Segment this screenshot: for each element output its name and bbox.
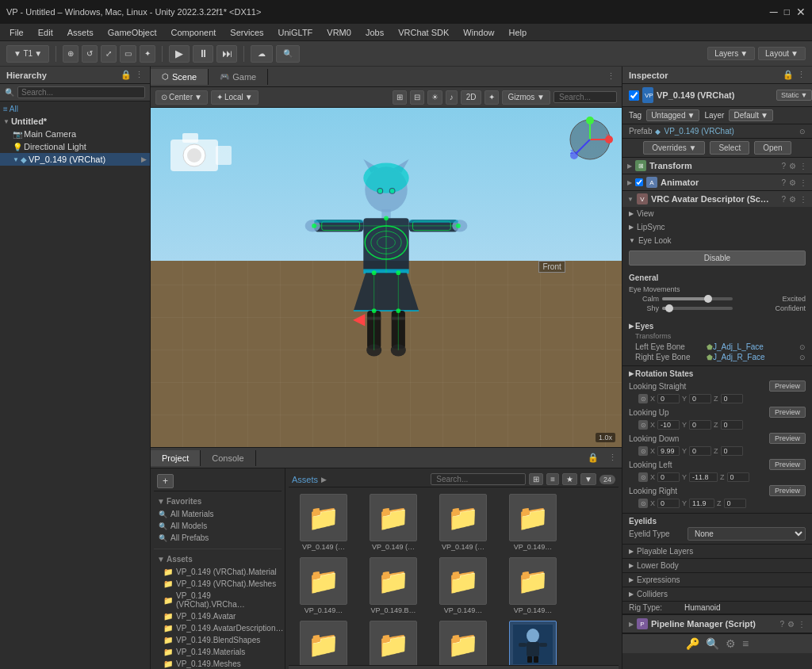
menu-unigltf[interactable]: UniGLTF: [272, 26, 320, 39]
menu-edit[interactable]: Edit: [32, 26, 59, 39]
transform-rect-btn[interactable]: ▭: [120, 45, 136, 63]
transform-scale-btn[interactable]: ⤢: [101, 45, 117, 63]
select-btn[interactable]: Select: [710, 141, 749, 155]
menu-vrm0[interactable]: VRM0: [320, 26, 358, 39]
asset-folder-9[interactable]: 📁 VP_0.149…: [292, 621, 355, 665]
step-button[interactable]: ⏭: [216, 45, 237, 63]
layer-value-btn[interactable]: Default ▼: [729, 109, 773, 121]
menu-window[interactable]: Window: [457, 26, 500, 39]
assets-star-btn[interactable]: ★: [562, 473, 577, 485]
view-mode-icons[interactable]: ⊟: [410, 90, 424, 105]
asset-folder-4[interactable]: 📁 VP_0.149…: [501, 494, 565, 551]
transform-rotate-btn[interactable]: ↺: [82, 45, 98, 63]
looking-up-preview[interactable]: Preview: [769, 407, 806, 418]
assets-vp-materials[interactable]: 📁 VP_0.149.Materials: [154, 646, 282, 658]
vrc-question[interactable]: ?: [781, 195, 786, 204]
down-z-val[interactable]: [721, 446, 743, 456]
eyelid-type-select[interactable]: None Blendshapes Bones: [688, 527, 806, 541]
looking-straight-preview[interactable]: Preview: [769, 380, 806, 392]
bottom-settings-icon[interactable]: ⚙: [726, 637, 736, 650]
lipsync-section[interactable]: ▶ LipSync: [622, 220, 812, 234]
straight-x-val[interactable]: [657, 394, 680, 403]
animator-question[interactable]: ?: [781, 178, 786, 187]
animator-header[interactable]: ▶ A Animator ? ⚙ ⋮: [622, 174, 812, 190]
pipeline-dots[interactable]: ⋮: [798, 620, 806, 629]
hierarchy-item-all[interactable]: ≡ All: [0, 103, 150, 115]
straight-z-val[interactable]: [721, 394, 743, 403]
fav-all-models[interactable]: 🔍 All Models: [154, 520, 282, 532]
asset-folder-xr[interactable]: 📁 XR: [431, 621, 495, 665]
animator-settings[interactable]: ⚙: [789, 178, 796, 187]
transform-question[interactable]: ?: [781, 162, 786, 170]
colliders-section[interactable]: ▶ Colliders: [622, 587, 812, 602]
asset-folder-6[interactable]: 📁 VP_0.149.B…: [362, 557, 425, 614]
left-eye-bone-value[interactable]: J_Adj_L_Face: [713, 342, 799, 351]
bottom-panel-lock[interactable]: 🔒: [583, 449, 603, 466]
left-eye-bone-settings[interactable]: ⊙: [799, 343, 806, 351]
hierarchy-item-scene[interactable]: ▼ Untitled*: [0, 115, 150, 128]
disable-btn[interactable]: Disable: [629, 250, 806, 266]
left-z-val[interactable]: [727, 472, 749, 482]
transform-settings[interactable]: ⚙: [789, 162, 796, 170]
down-x-val[interactable]: [657, 446, 680, 456]
left-x-val[interactable]: [657, 472, 680, 482]
scene-2d-btn[interactable]: 2D: [461, 90, 482, 105]
assets-vp-avatar[interactable]: 📁 VP_0.149.Avatar: [154, 610, 282, 622]
asset-folder-1[interactable]: 📁 VP_0.149 (…: [292, 494, 355, 551]
layers-dropdown[interactable]: Layers ▼: [707, 47, 755, 60]
transform-header[interactable]: ▶ ⊞ Transform ? ⚙ ⋮: [622, 158, 812, 174]
project-tab[interactable]: Project: [151, 450, 201, 466]
asset-folder-7[interactable]: 📁 VP_0.149…: [431, 557, 495, 614]
straight-y-val[interactable]: [689, 394, 711, 403]
local-dropdown[interactable]: ✦ Local ▼: [211, 90, 259, 105]
calm-slider-thumb[interactable]: [704, 295, 712, 303]
transform-move-btn[interactable]: ⊕: [63, 45, 79, 63]
assets-vp-material[interactable]: 📁 VP_0.149 (VRChat).Material: [154, 566, 282, 578]
assets-filter-btn[interactable]: ▼: [580, 473, 596, 485]
asset-folder-10[interactable]: 📁 VP_0.149…: [362, 621, 425, 665]
down-y-val[interactable]: [689, 446, 711, 456]
hierarchy-search-input[interactable]: [17, 86, 145, 98]
assets-vp-meshes2[interactable]: 📁 VP_0.149.Meshes: [154, 658, 282, 669]
favorites-section-header[interactable]: ▼ Favorites: [154, 495, 282, 508]
view-mode-grid[interactable]: ⊞: [393, 90, 407, 105]
hierarchy-item-directional-light[interactable]: 💡 Directional Light: [0, 140, 150, 153]
lower-body-section[interactable]: ▶ Lower Body: [622, 559, 812, 573]
right-y-val[interactable]: [689, 499, 714, 508]
shy-slider-thumb[interactable]: [665, 304, 673, 312]
assets-search-input[interactable]: [431, 473, 526, 485]
transform-all-btn[interactable]: ✦: [140, 45, 155, 63]
menu-file[interactable]: File: [3, 26, 30, 39]
fav-all-materials[interactable]: 🔍 All Materials: [154, 508, 282, 520]
menu-component[interactable]: Component: [164, 26, 222, 39]
scene-search-input[interactable]: [553, 91, 617, 103]
scene-audio-btn[interactable]: ♪: [446, 90, 458, 105]
animator-dots[interactable]: ⋮: [799, 178, 807, 187]
pause-button[interactable]: ⏸: [193, 45, 213, 63]
layout-dropdown[interactable]: Layout ▼: [758, 47, 806, 60]
close-btn[interactable]: ✕: [796, 6, 806, 18]
left-y-val[interactable]: [689, 472, 718, 482]
shy-confident-slider[interactable]: [662, 307, 733, 310]
account-dropdown[interactable]: ▼ T1 ▼: [6, 45, 49, 63]
assets-vp-blendshapes[interactable]: 📁 VP_0.149.BlendShapes: [154, 634, 282, 646]
looking-down-preview[interactable]: Preview: [769, 433, 806, 444]
bottom-panel-menu[interactable]: ⋮: [603, 449, 622, 466]
vrc-dots[interactable]: ⋮: [799, 195, 807, 204]
assets-vp-avatardesc[interactable]: 📁 VP_0.149.AvatarDescription…: [154, 622, 282, 634]
vrc-header[interactable]: ▼ V VRC Avatar Descriptor (Sc… ? ⚙ ⋮: [622, 191, 812, 207]
right-eye-bone-settings[interactable]: ⊙: [799, 354, 806, 361]
eyes-title[interactable]: ▶ Eyes: [629, 322, 806, 331]
fav-all-prefabs[interactable]: 🔍 All Prefabs: [154, 532, 282, 544]
right-eye-bone-value[interactable]: J_Adj_R_Face: [713, 353, 799, 361]
open-btn[interactable]: Open: [754, 141, 791, 155]
hierarchy-item-main-camera[interactable]: 📷 Main Camera: [0, 128, 150, 140]
pipeline-settings[interactable]: ⚙: [787, 620, 795, 629]
object-active-checkbox[interactable]: [629, 90, 639, 101]
scene-gizmo[interactable]: X Y Z: [566, 116, 614, 163]
menu-assets[interactable]: Assets: [61, 26, 100, 39]
rotation-states-title[interactable]: ▶ Rotation States: [629, 369, 806, 378]
asset-folder-8[interactable]: 📁 VP_0.149…: [501, 557, 565, 614]
assets-vp-meshes[interactable]: 📁 VP_0.149 (VRChat).Meshes: [154, 578, 282, 590]
asset-folder-5[interactable]: 📁 VP_0.149…: [292, 557, 355, 614]
